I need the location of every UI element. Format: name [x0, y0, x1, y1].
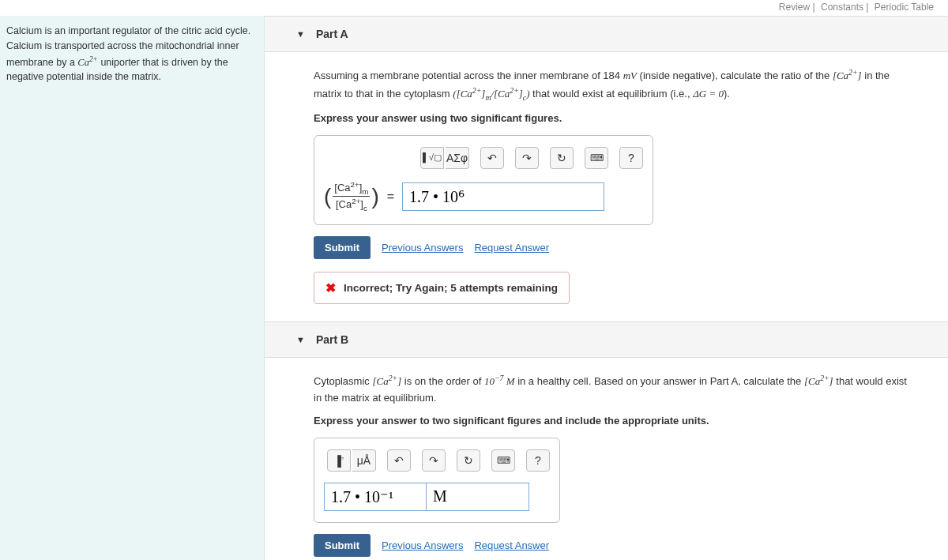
redo-button-b[interactable]: ↷ [422, 449, 446, 472]
value-template-button[interactable]: ▐▫ [327, 449, 351, 472]
units-button[interactable]: μÅ [352, 449, 376, 472]
submit-button-b[interactable]: Submit [314, 534, 371, 557]
part-a-header[interactable]: ▼ Part A [265, 16, 948, 52]
part-b-instruction: Express your answer to two significant f… [314, 415, 915, 427]
periodic-link[interactable]: Periodic Table [875, 2, 934, 13]
part-b-header[interactable]: ▼ Part B [265, 321, 948, 358]
help-button[interactable]: ? [619, 147, 643, 169]
ratio-label: ( [Ca2+]m [Ca2+]c ) [324, 180, 379, 213]
top-links: Review | Constants | Periodic Table [0, 0, 948, 16]
chevron-down-icon: ▼ [296, 335, 305, 344]
keyboard-button-b[interactable]: ⌨ [491, 449, 515, 472]
problem-intro: Calcium is an important regulator of the… [0, 16, 265, 560]
template-button[interactable]: ▌√▢ [420, 147, 444, 169]
request-answer-link-b[interactable]: Request Answer [474, 539, 549, 551]
part-a-toolbar: ▌√▢ ΑΣφ ↶ ↷ ↻ ⌨ ? [324, 147, 643, 169]
part-a-instruction: Express your answer using two significan… [314, 112, 915, 124]
part-b-input-row [324, 483, 550, 511]
request-answer-link-a[interactable]: Request Answer [474, 242, 549, 254]
part-a-question: Assuming a membrane potential across the… [314, 66, 915, 104]
part-b-toolbar: ▐▫ μÅ ↶ ↷ ↻ ⌨ ? [327, 449, 550, 472]
incorrect-icon: ✖ [325, 280, 336, 295]
part-b-value-input[interactable] [324, 483, 427, 511]
keyboard-button[interactable]: ⌨ [585, 147, 608, 169]
greek-button[interactable]: ΑΣφ [446, 147, 469, 169]
help-button-b[interactable]: ? [526, 449, 550, 472]
redo-button[interactable]: ↷ [515, 147, 539, 169]
previous-answers-link-a[interactable]: Previous Answers [382, 242, 463, 254]
review-link[interactable]: Review [779, 2, 810, 13]
part-b-question: Cytoplasmic [Ca2+] is on the order of 10… [314, 372, 915, 407]
part-b-unit-input[interactable] [427, 483, 529, 511]
part-a-feedback: ✖ Incorrect; Try Again; 5 attempts remai… [314, 272, 570, 304]
chevron-down-icon: ▼ [296, 29, 305, 39]
part-a-answer-input[interactable] [402, 182, 604, 211]
previous-answers-link-b[interactable]: Previous Answers [382, 539, 463, 551]
equals-sign: = [387, 190, 394, 204]
part-a-answer-box: ▌√▢ ΑΣφ ↶ ↷ ↻ ⌨ ? ( [314, 135, 653, 225]
part-b-title: Part B [316, 333, 348, 346]
reset-button[interactable]: ↻ [550, 147, 574, 169]
undo-button[interactable]: ↶ [480, 147, 504, 169]
part-a-input-row: ( [Ca2+]m [Ca2+]c ) = [324, 180, 643, 213]
submit-button-a[interactable]: Submit [314, 236, 371, 259]
constants-link[interactable]: Constants [821, 2, 863, 13]
part-b-body: Cytoplasmic [Ca2+] is on the order of 10… [265, 372, 948, 560]
part-a-body: Assuming a membrane potential across the… [265, 66, 948, 321]
part-b-answer-box: ▐▫ μÅ ↶ ↷ ↻ ⌨ ? [314, 438, 560, 523]
part-a-title: Part A [316, 28, 348, 40]
undo-button-b[interactable]: ↶ [387, 449, 411, 472]
reset-button-b[interactable]: ↻ [457, 449, 480, 472]
